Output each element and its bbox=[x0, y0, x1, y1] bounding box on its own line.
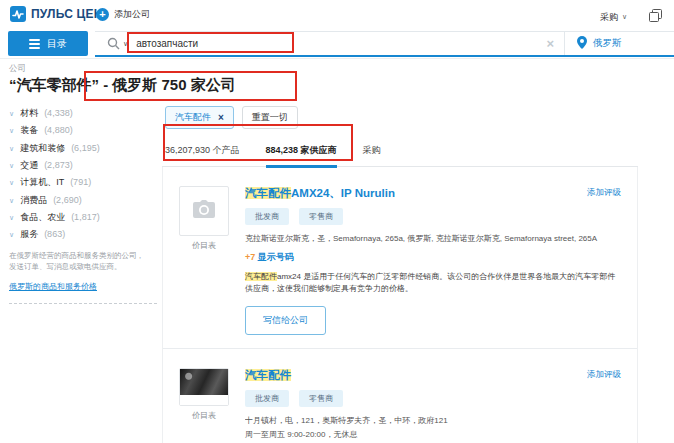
show-phone-link[interactable]: +7 显示号码 bbox=[245, 251, 621, 264]
sidebar-item-services[interactable]: ∨ 服务 (863) bbox=[9, 229, 161, 239]
sidebar-item-materials[interactable]: ∨ 材料 (4,338) bbox=[9, 108, 161, 118]
badge-retailer: 零售商 bbox=[299, 208, 343, 225]
chevron-down-icon: ∨ bbox=[9, 179, 14, 187]
sidebar-item-consumer-goods[interactable]: ∨ 消费品 (2,690) bbox=[9, 195, 161, 205]
company-badges: 批发商 零售商 bbox=[245, 208, 621, 225]
main-content: 汽车配件 × 重置一切 36,207,930 个产品 884,238 家供应商 … bbox=[162, 106, 638, 443]
catalog-button[interactable]: 目录 bbox=[8, 31, 88, 56]
pulscen-supplier-search-page: ПУЛЬС ЦЕН + 添加公司 采购 ∨ 目录 bbox=[0, 0, 674, 443]
procurement-label: 采购 bbox=[600, 11, 618, 24]
badge-retailer: 零售商 bbox=[299, 390, 343, 407]
badge-wholesaler: 批发商 bbox=[245, 390, 289, 407]
category-label: 服务 bbox=[20, 229, 38, 239]
chip-close-icon[interactable]: × bbox=[218, 113, 224, 123]
title-highlight: 汽车配件 bbox=[245, 187, 291, 199]
prices-link[interactable]: 俄罗斯的商品和服务价格 bbox=[9, 281, 97, 292]
results-list: 价目表 汽车配件AMX24、IP Nurulin 批发商 零售商 克拉斯诺亚尔斯… bbox=[162, 167, 638, 443]
phone-prefix: +7 bbox=[245, 252, 255, 262]
chevron-down-icon: ∨ bbox=[9, 214, 14, 222]
category-label: 计算机、IT bbox=[20, 177, 64, 187]
chevron-down-icon: ∨ bbox=[9, 162, 14, 170]
category-count: (2,873) bbox=[44, 160, 73, 170]
add-company-label: 添加公司 bbox=[114, 8, 150, 21]
category-count: (791) bbox=[70, 177, 91, 187]
company-title-link[interactable]: 汽车配件AMX24、IP Nurulin bbox=[245, 186, 621, 201]
chevron-down-icon: ∨ bbox=[9, 110, 14, 118]
search-icon[interactable] bbox=[107, 37, 120, 50]
chevron-down-icon: ∨ bbox=[9, 145, 14, 153]
chevron-down-icon: ∨ bbox=[622, 13, 627, 21]
sidebar-item-equipment[interactable]: ∨ 装备 (4,880) bbox=[9, 125, 161, 135]
plus-icon: + bbox=[96, 8, 109, 21]
category-label: 交通 bbox=[20, 160, 38, 170]
page-title: “汽车零部件” - 俄罗斯 750 家公司 bbox=[9, 76, 236, 95]
search-input[interactable] bbox=[136, 38, 536, 49]
add-review-link[interactable]: 添加评级 bbox=[587, 187, 621, 199]
location-selector[interactable]: 俄罗斯 bbox=[564, 32, 674, 55]
sidebar-dashed-divider bbox=[9, 303, 157, 304]
filter-chip-auto-parts[interactable]: 汽车配件 × bbox=[165, 106, 234, 129]
category-count: (4,880) bbox=[44, 125, 73, 135]
category-label: 材料 bbox=[20, 108, 38, 118]
logo-text: ПУЛЬС ЦЕН bbox=[31, 7, 103, 21]
thumb-column: 价目表 bbox=[179, 368, 229, 443]
multi-window-icon[interactable] bbox=[649, 8, 662, 26]
company-description: 汽车配件amx24 是适用于任何汽车的广泛零部件经销商。该公司的合作伙伴是世界各… bbox=[245, 271, 621, 296]
reset-filters-chip[interactable]: 重置一切 bbox=[242, 106, 298, 129]
add-company-button[interactable]: + 添加公司 bbox=[96, 8, 150, 21]
company-title-link[interactable]: 汽车配件 bbox=[245, 368, 621, 383]
company-card: 价目表 汽车配件 批发商 零售商 十月镇村，电，121，奥斯特罗夫齐，圣，中环，… bbox=[163, 348, 637, 443]
title-rest: AMX24、IP Nurulin bbox=[291, 187, 395, 199]
category-label: 消费品 bbox=[20, 195, 47, 205]
procurement-menu[interactable]: 采购 ∨ bbox=[600, 11, 627, 24]
price-list-link[interactable]: 价目表 bbox=[179, 410, 229, 421]
pulse-logo-icon bbox=[10, 6, 26, 22]
result-tabs: 36,207,930 个产品 884,238 家供应商 采购 bbox=[162, 138, 638, 167]
hours-weekdays: 周一至周五 9:00-20:00，无休息 bbox=[245, 428, 621, 442]
category-count: (1,817) bbox=[71, 212, 100, 222]
sidebar-item-food-agriculture[interactable]: ∨ 食品、农业 (1,817) bbox=[9, 212, 161, 222]
phone-label: 显示号码 bbox=[258, 252, 294, 262]
category-sidebar: ∨ 材料 (4,338) ∨ 装备 (4,880) ∨ 建筑和装修 (6,195… bbox=[9, 108, 161, 304]
category-count: (863) bbox=[44, 229, 65, 239]
catalog-button-label: 目录 bbox=[47, 37, 67, 51]
search-type-chevron-icon[interactable]: ∨ bbox=[123, 40, 128, 48]
company-address: 十月镇村，电，121，奥斯特罗夫齐，圣，中环，政府121 bbox=[245, 415, 621, 426]
photo-padding bbox=[180, 395, 228, 405]
top-header: ПУЛЬС ЦЕН + 添加公司 采购 ∨ bbox=[0, 0, 674, 30]
clear-search-icon[interactable]: × bbox=[546, 36, 554, 51]
logo[interactable]: ПУЛЬС ЦЕН bbox=[10, 6, 103, 22]
thumb-column: 价目表 bbox=[179, 186, 229, 335]
tab-suppliers[interactable]: 884,238 家供应商 bbox=[266, 138, 337, 168]
header-divider bbox=[0, 58, 674, 59]
write-company-button[interactable]: 写信给公司 bbox=[245, 306, 326, 335]
reset-chip-label: 重置一切 bbox=[252, 111, 288, 124]
description-highlight: 汽车配件 bbox=[245, 272, 277, 281]
search-bar: ∨ × 俄罗斯 bbox=[95, 31, 674, 57]
filter-chip-label: 汽车配件 bbox=[175, 111, 211, 124]
category-count: (6,195) bbox=[71, 143, 100, 153]
tab-products[interactable]: 36,207,930 个产品 bbox=[165, 138, 240, 168]
camera-icon bbox=[192, 199, 216, 223]
chevron-down-icon: ∨ bbox=[9, 127, 14, 135]
tab-procurement[interactable]: 采购 bbox=[363, 138, 381, 168]
add-review-link[interactable]: 添加评级 bbox=[587, 369, 621, 381]
company-thumbnail[interactable] bbox=[179, 368, 229, 406]
breadcrumb[interactable]: 公司 bbox=[9, 63, 26, 75]
category-label: 装备 bbox=[20, 125, 38, 135]
description-rest: amx24 是适用于任何汽车的广泛零部件经销商。该公司的合作伙伴是世界各地最大的… bbox=[245, 272, 615, 293]
category-label: 建筑和装修 bbox=[20, 143, 65, 153]
location-pin-icon bbox=[577, 35, 587, 53]
menu-icon bbox=[29, 39, 40, 49]
sidebar-item-computers-it[interactable]: ∨ 计算机、IT (791) bbox=[9, 177, 161, 187]
price-list-link[interactable]: 价目表 bbox=[179, 240, 229, 251]
location-label: 俄罗斯 bbox=[593, 37, 622, 50]
working-hours: 周一至周五 9:00-20:00，无休息 周六 10:00-19:00，无休息 … bbox=[245, 428, 621, 443]
company-address: 克拉斯诺亚尔斯克，圣，Semafornaya, 265a, 俄罗斯, 克拉斯诺亚… bbox=[245, 233, 621, 244]
sidebar-item-transport[interactable]: ∨ 交通 (2,873) bbox=[9, 160, 161, 170]
company-thumbnail[interactable] bbox=[179, 186, 229, 236]
company-card-body: 汽车配件 批发商 零售商 十月镇村，电，121，奥斯特罗夫齐，圣，中环，政府12… bbox=[245, 368, 621, 443]
company-card-body: 汽车配件AMX24、IP Nurulin 批发商 零售商 克拉斯诺亚尔斯克，圣，… bbox=[245, 186, 621, 335]
category-label: 食品、农业 bbox=[20, 212, 65, 222]
sidebar-item-construction[interactable]: ∨ 建筑和装修 (6,195) bbox=[9, 143, 161, 153]
